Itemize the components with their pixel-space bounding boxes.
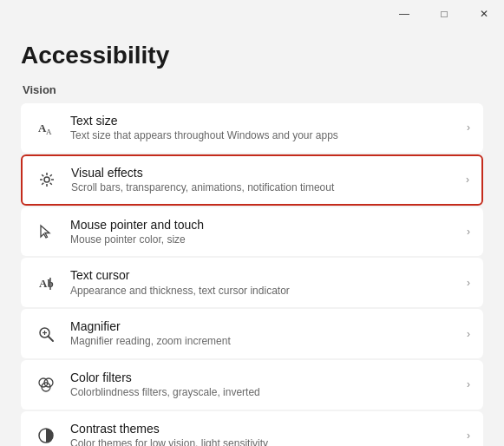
section-label: Vision: [21, 83, 483, 96]
setting-name-visual-effects: Visual effects: [71, 165, 466, 180]
svg-point-2: [44, 177, 49, 182]
magnifier-icon: [34, 322, 58, 346]
settings-list: A A Text size Text size that appears thr…: [21, 103, 483, 446]
svg-line-9: [50, 174, 52, 176]
setting-desc-mouse-pointer: Mouse pointer color, size: [70, 233, 467, 247]
setting-text-contrast-themes: Contrast themes Color themes for low vis…: [70, 421, 467, 446]
chevron-visual-effects: ›: [466, 174, 469, 186]
chevron-contrast-themes: ›: [467, 430, 470, 442]
setting-name-contrast-themes: Contrast themes: [70, 421, 467, 436]
setting-text-mouse-pointer: Mouse pointer and touch Mouse pointer co…: [70, 217, 467, 247]
setting-item-contrast-themes[interactable]: Contrast themes Color themes for low vis…: [21, 411, 483, 446]
setting-name-text-size: Text size: [70, 113, 467, 128]
setting-desc-contrast-themes: Color themes for low vision, light sensi…: [70, 437, 467, 446]
setting-desc-visual-effects: Scroll bars, transparency, animations, n…: [71, 181, 466, 195]
close-button[interactable]: ✕: [464, 0, 504, 28]
setting-item-text-size[interactable]: A A Text size Text size that appears thr…: [21, 103, 483, 153]
svg-line-14: [49, 337, 53, 341]
setting-desc-text-cursor: Appearance and thickness, text cursor in…: [70, 285, 467, 298]
setting-text-text-size: Text size Text size that appears through…: [70, 113, 467, 143]
page-title: Accessibility: [21, 42, 483, 69]
setting-item-text-cursor[interactable]: Ab Text cursor Appearance and thickness,…: [21, 258, 483, 307]
setting-desc-magnifier: Magnifier reading, zoom increment: [70, 335, 467, 349]
setting-item-mouse-pointer[interactable]: Mouse pointer and touch Mouse pointer co…: [21, 207, 483, 257]
main-content: Accessibility Vision A A Text size Text …: [0, 28, 504, 446]
text-size-icon: A A: [34, 115, 58, 140]
maximize-button[interactable]: □: [424, 0, 464, 28]
setting-item-magnifier[interactable]: Magnifier Magnifier reading, zoom increm…: [21, 309, 483, 358]
mouse-pointer-icon: [34, 220, 58, 244]
chevron-text-cursor: ›: [467, 277, 470, 289]
setting-name-text-cursor: Text cursor: [70, 267, 467, 283]
svg-line-10: [42, 183, 43, 185]
chevron-text-size: ›: [467, 121, 470, 134]
setting-text-color-filters: Color filters Colorblindness filters, gr…: [70, 370, 467, 400]
titlebar: — □ ✕: [0, 0, 504, 28]
svg-line-8: [50, 183, 52, 185]
chevron-mouse-pointer: ›: [467, 226, 470, 238]
svg-line-7: [42, 174, 43, 176]
setting-desc-text-size: Text size that appears throughout Window…: [70, 129, 467, 143]
svg-text:A: A: [46, 128, 52, 136]
setting-text-visual-effects: Visual effects Scroll bars, transparency…: [71, 165, 466, 195]
setting-text-text-cursor: Text cursor Appearance and thickness, te…: [70, 267, 467, 298]
chevron-color-filters: ›: [467, 378, 470, 390]
contrast-themes-icon: [34, 423, 58, 446]
setting-text-magnifier: Magnifier Magnifier reading, zoom increm…: [70, 318, 467, 349]
color-filters-icon: [34, 372, 58, 397]
setting-item-color-filters[interactable]: Color filters Colorblindness filters, gr…: [21, 360, 483, 410]
chevron-magnifier: ›: [467, 328, 470, 340]
setting-desc-color-filters: Colorblindness filters, grayscale, inver…: [70, 386, 467, 400]
setting-item-visual-effects[interactable]: Visual effects Scroll bars, transparency…: [21, 154, 483, 206]
svg-text:Ab: Ab: [39, 277, 54, 290]
setting-name-mouse-pointer: Mouse pointer and touch: [70, 217, 467, 233]
minimize-button[interactable]: —: [384, 0, 424, 28]
visual-effects-icon: [35, 167, 59, 192]
text-cursor-icon: Ab: [34, 271, 58, 295]
setting-name-color-filters: Color filters: [70, 370, 467, 385]
setting-name-magnifier: Magnifier: [70, 318, 467, 334]
